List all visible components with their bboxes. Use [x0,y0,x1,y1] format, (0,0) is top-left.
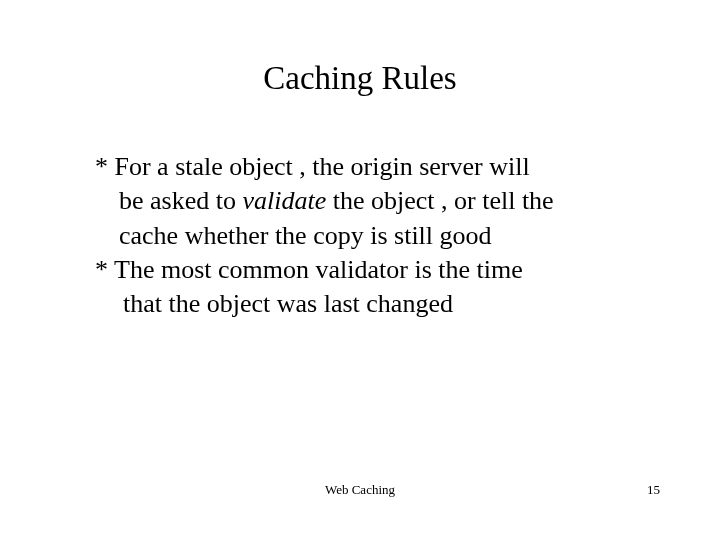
text-fragment: the object , or tell the [326,186,553,215]
page-number: 15 [647,482,660,498]
slide: Caching Rules * For a stale object , the… [0,0,720,540]
italic-word-validate: validate [242,186,326,215]
slide-title: Caching Rules [0,60,720,97]
bullet-1-line-3: cache whether the copy is still good [119,219,635,253]
bullet-2-line-1: * The most common validator is the time [95,253,635,287]
text-fragment: be asked to [119,186,242,215]
bullet-1-line-1: * For a stale object , the origin server… [95,150,635,184]
slide-body: * For a stale object , the origin server… [95,150,635,322]
footer-label: Web Caching [0,482,720,498]
bullet-1-line-2: be asked to validate the object , or tel… [119,184,635,218]
bullet-2-line-2: that the object was last changed [123,287,635,321]
